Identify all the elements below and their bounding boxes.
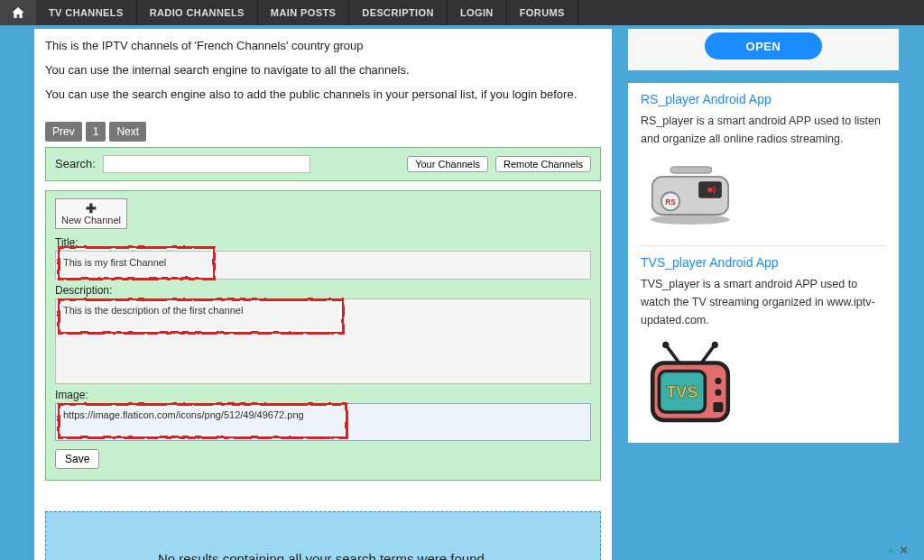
save-button[interactable]: Save bbox=[55, 449, 99, 469]
description-field[interactable]: This is the description of the first cha… bbox=[55, 298, 591, 384]
title-label: Title: bbox=[55, 236, 591, 249]
search-label: Search: bbox=[55, 157, 96, 170]
nav-tv-channels[interactable]: TV CHANNELS bbox=[36, 0, 137, 25]
image-label: Image: bbox=[55, 389, 591, 401]
tvs-player-image: TVS bbox=[641, 340, 886, 430]
nav-login[interactable]: LOGIN bbox=[448, 0, 507, 25]
channel-form: ✚ New Channel Title: This is my first Ch… bbox=[45, 190, 601, 481]
nav-forums[interactable]: FORUMS bbox=[507, 0, 578, 25]
rs-player-desc: RS_player is a smart android APP used to… bbox=[641, 112, 886, 148]
intro-line-2: You can use the internal search engine t… bbox=[45, 62, 601, 79]
new-channel-button[interactable]: ✚ New Channel bbox=[55, 198, 127, 229]
open-ad-card: OPEN bbox=[628, 29, 899, 70]
apps-card: RS_player Android App RS_player is a sma… bbox=[628, 83, 899, 443]
next-button[interactable]: Next bbox=[109, 122, 146, 142]
adchoices[interactable]: ✕ bbox=[890, 545, 908, 556]
svg-point-10 bbox=[712, 342, 718, 348]
your-channels-button[interactable]: Your Channels bbox=[407, 156, 488, 172]
open-button[interactable]: OPEN bbox=[705, 32, 822, 60]
intro-line-1: This is the IPTV channels of 'French Cha… bbox=[45, 38, 601, 55]
remote-channels-button[interactable]: Remote Channels bbox=[495, 156, 591, 172]
no-results-text: No results containing all your search te… bbox=[158, 551, 488, 560]
svg-rect-6 bbox=[670, 167, 712, 173]
svg-point-3 bbox=[707, 188, 713, 193]
nav-description[interactable]: DESCRIPTION bbox=[349, 0, 448, 25]
search-bar: Search: Your Channels Remote Channels bbox=[45, 147, 601, 181]
svg-point-0 bbox=[651, 215, 730, 225]
intro-line-3: You can use the search engine also to ad… bbox=[45, 87, 601, 104]
svg-text:RS: RS bbox=[665, 198, 676, 207]
search-input[interactable] bbox=[103, 155, 310, 173]
svg-text:TVS: TVS bbox=[666, 383, 698, 401]
svg-point-15 bbox=[715, 390, 721, 396]
tvs-player-desc: TVS_player is a smart android APP used t… bbox=[641, 275, 886, 329]
page-1-button[interactable]: 1 bbox=[86, 122, 106, 142]
nav-radio-channels[interactable]: RADIO CHANNELS bbox=[137, 0, 258, 25]
intro-text: This is the IPTV channels of 'French Cha… bbox=[40, 34, 606, 122]
description-label: Description: bbox=[55, 284, 591, 297]
tvs-player-title[interactable]: TVS_player Android App bbox=[641, 255, 886, 270]
new-channel-label: New Channel bbox=[61, 215, 121, 225]
divider bbox=[641, 245, 886, 246]
sidebar: OPEN RS_player Android App RS_player is … bbox=[628, 29, 899, 443]
rs-player-image: RS bbox=[641, 159, 886, 231]
adchoices-icon bbox=[890, 548, 894, 554]
close-ad-icon[interactable]: ✕ bbox=[900, 545, 908, 556]
home-icon[interactable] bbox=[0, 0, 36, 25]
prev-button[interactable]: Prev bbox=[45, 122, 82, 142]
pager: Prev 1 Next bbox=[40, 122, 606, 147]
svg-rect-16 bbox=[713, 402, 723, 412]
no-results-panel: No results containing all your search te… bbox=[45, 511, 601, 560]
title-field[interactable]: This is my first Channel bbox=[55, 251, 591, 280]
rs-player-title[interactable]: RS_player Android App bbox=[641, 92, 886, 106]
svg-point-14 bbox=[715, 378, 721, 384]
nav-main-posts[interactable]: MAIN POSTS bbox=[258, 0, 349, 25]
image-field[interactable]: https://image.flaticon.com/icons/png/512… bbox=[55, 403, 591, 441]
plus-icon: ✚ bbox=[86, 202, 97, 215]
svg-point-9 bbox=[662, 342, 669, 348]
main-column: This is the IPTV channels of 'French Cha… bbox=[34, 29, 612, 560]
top-nav: TV CHANNELS RADIO CHANNELS MAIN POSTS DE… bbox=[0, 0, 924, 25]
